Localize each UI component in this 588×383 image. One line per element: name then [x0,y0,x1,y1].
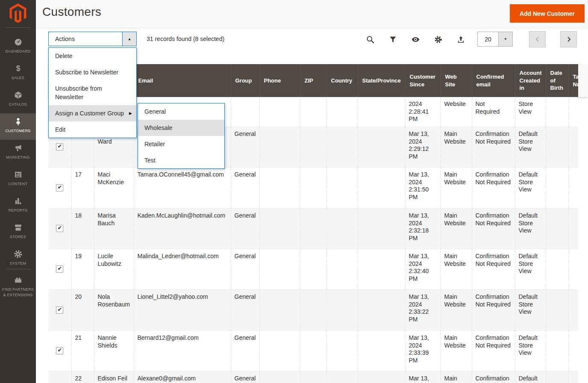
sidebar-item-marketing[interactable]: MARKETING [0,140,36,166]
row-checkbox[interactable]: ✔ [56,306,63,314]
sidebar-item-content[interactable]: CONTENT [0,166,36,193]
submenu-item-general[interactable]: General [138,103,224,120]
sidebar-item-label: MARKETING [6,155,29,160]
cell-state [358,371,405,383]
submenu-item-wholesale[interactable]: Wholesale [138,120,224,136]
row-checkbox[interactable]: ✔ [56,143,63,150]
sidebar-item-label: SYSTEM [10,261,26,266]
cell-state [358,208,405,249]
cell-website: Website [441,97,472,127]
cell-zip [300,97,326,127]
menu-item-edit[interactable]: Edit [49,121,136,138]
cell-name: Maci McKenzie [94,167,134,208]
cell-since: Mar 13, 2024 2:31:50 PM [405,167,441,208]
col-confirmed-email[interactable]: Confirmed email [472,64,515,97]
settings-button[interactable] [429,31,447,48]
col-email[interactable]: Email [134,64,231,97]
col-country[interactable]: Country [326,64,358,97]
cell-account: Default Store View [515,208,546,249]
cell-country [326,127,358,167]
stores-icon [14,223,23,232]
magento-logo[interactable] [0,0,36,27]
chevron-down-icon[interactable]: ▼ [498,32,512,46]
cell-tax [568,371,578,383]
sidebar-item-label: FIND PARTNERS & EXTENSIONS [2,287,34,298]
col-group[interactable]: Group [231,64,259,97]
sidebar-item-system[interactable]: SYSTEM [0,246,36,268]
actions-label: Actions [49,32,122,46]
col-date-of-birth[interactable]: Date of Birth [546,64,568,97]
export-button[interactable] [452,31,469,48]
add-new-customer-button[interactable]: Add New Customer [510,4,585,23]
menu-item-assign-a-customer-group[interactable]: Assign a Customer Group▶ [49,105,136,121]
search-button[interactable] [362,31,379,48]
next-page-button[interactable] [560,31,577,47]
sidebar-item-reports[interactable]: REPORTS [0,193,36,219]
cell-country [326,289,358,330]
cell-email: Malinda_Ledner@hotmail.com [134,249,231,289]
col-zip[interactable]: ZIP [300,64,326,97]
columns-button[interactable] [407,31,424,48]
cell-country [326,330,358,371]
cell-state [358,249,405,289]
col-phone[interactable]: Phone [259,64,300,97]
submenu-item-test[interactable]: Test [138,152,224,168]
sidebar-item-sales[interactable]: $SALES [0,60,36,87]
row-checkbox[interactable]: ✔ [56,184,63,192]
grid-toolbar [362,31,469,48]
cell-confirmed: Confirmation Not Required [472,167,515,208]
cell-website: Main Website [441,330,472,371]
sidebar-item-dashboard[interactable]: DASHBOARD [0,34,36,60]
sidebar-item-customers[interactable]: CUSTOMERS [0,113,36,140]
col-web-site[interactable]: Web Site [441,64,472,97]
cell-dob [546,249,568,289]
cell-since: Mar 13, 2024 2:32:18 PM [405,208,441,249]
cell-state [358,167,405,208]
cell-tax [568,167,578,208]
menu-item-label: Edit [55,126,65,133]
sidebar-item-catalog[interactable]: CATALOG [0,87,36,113]
cell-phone [259,371,300,383]
cell-email: Bernard12@gmail.com [134,330,231,371]
cell-group: General [231,289,259,330]
menu-item-label: Test [144,157,156,164]
cell-phone [259,167,300,208]
sidebar: DASHBOARD$SALESCATALOGCUSTOMERSMARKETING… [0,0,36,383]
eye-icon [412,35,420,44]
sidebar-item-stores[interactable]: STORES [0,219,36,246]
menu-item-unsubscribe-from-newsletter[interactable]: Unsubscribe from Newsletter [49,80,136,105]
cell-state [358,97,405,127]
sidebar-nav: DASHBOARD$SALESCATALOGCUSTOMERSMARKETING… [0,28,36,298]
per-page-select[interactable]: 20 ▼ [477,32,513,47]
actions-dropdown[interactable]: Actions ▲ [48,32,137,46]
cell-group [231,97,259,127]
cell-website: Main [441,371,472,383]
col-customer-since[interactable]: Customer Since [405,64,441,97]
prev-page-button[interactable] [529,31,546,47]
cell-website: Main Website [441,208,472,249]
menu-item-label: General [144,108,166,115]
table-row: ✔21Nannie ShieldsBernard12@gmail.comGene… [48,330,578,371]
cell-checkbox [48,371,71,383]
sidebar-item-partners[interactable]: FIND PARTNERS & EXTENSIONS [0,272,36,298]
cell-dob [546,167,568,208]
col-account-created-in[interactable]: Account Created in [515,64,546,97]
col-tax-vat-number[interactable]: Tax VAT Number [568,64,578,97]
row-checkbox[interactable]: ✔ [56,225,63,232]
cell-since: 2024 2:28:41 PM [405,97,441,127]
cell-dob [546,371,568,383]
col-state-province[interactable]: State/Province [358,64,405,97]
filters-button[interactable] [384,31,401,48]
submenu-item-retailer[interactable]: Retailer [138,136,224,152]
cell-since: Mar 13, 2024 2:29:12 PM [405,127,441,167]
row-checkbox[interactable]: ✔ [56,347,63,354]
menu-item-label: Subscribe to Newsletter [55,69,118,76]
menu-item-subscribe-to-newsletter[interactable]: Subscribe to Newsletter [49,64,136,80]
cell-id: 20 [71,289,94,330]
row-checkbox[interactable]: ✔ [56,265,63,273]
cell-confirmed: Confirmation Not Required [472,208,515,249]
cell-confirmed: Confirmation Not Required [472,289,515,330]
menu-item-delete[interactable]: Delete [49,48,136,64]
chevron-up-icon[interactable]: ▲ [122,32,136,46]
sidebar-item-label: CUSTOMERS [5,128,30,134]
